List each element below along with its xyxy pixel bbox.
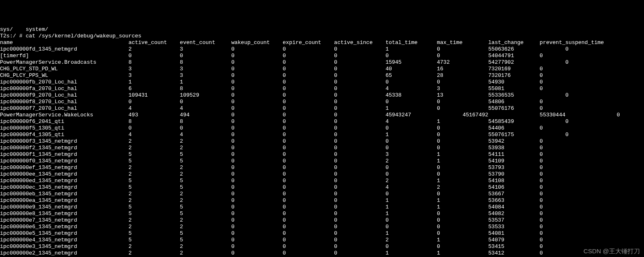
terminal-output[interactable]: sys/ system/ T2s:/ # cat /sys/kernel/deb… [0, 26, 644, 257]
